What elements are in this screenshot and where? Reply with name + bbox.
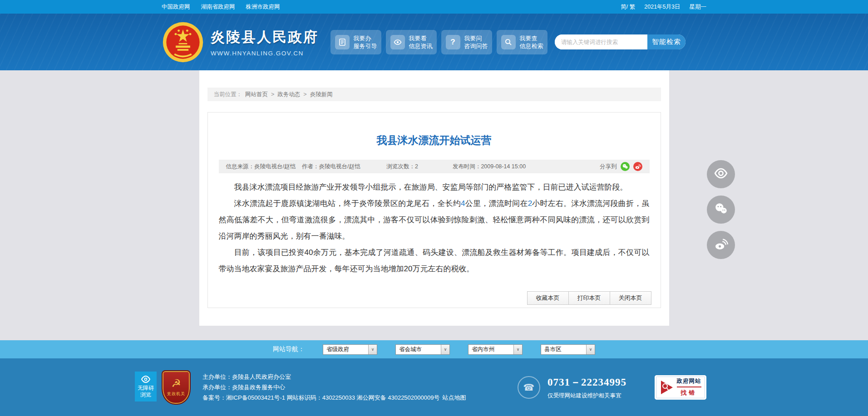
weibo-icon — [714, 237, 728, 253]
organizer-value: 炎陵县人民政府办公室 — [232, 373, 291, 380]
button-i-want-to-search[interactable]: 我要查信息检索 — [497, 30, 547, 54]
article-title: 我县洣水漂流开始试运营 — [219, 133, 650, 147]
meta-views-label: 浏览次数： — [386, 163, 415, 171]
select-county-districts[interactable]: 县市区 — [541, 344, 595, 355]
undertaker-value: 炎陵县政务服务中心 — [232, 384, 285, 391]
meta-views-value: 2 — [415, 163, 418, 170]
phone-note: 仅受理网站建设维护相关事宜 — [547, 392, 626, 400]
quick-button-line2: 信息检索 — [520, 43, 543, 49]
phone-number: 0731－22234995 — [547, 375, 626, 389]
meta-source-value: 炎陵电视台/赵恺 — [254, 163, 296, 171]
bookmark-page-button[interactable]: 收藏本页 — [527, 291, 569, 305]
accessibility-browse-button[interactable]: 无障碍 浏览 — [135, 372, 157, 401]
share-label: 分享到 — [600, 163, 617, 171]
site-nav-label: 网站导航： — [273, 345, 305, 353]
main-content-area: 当前位置： 网站首页 > 政务动态 > 炎陵新闻 我县洣水漂流开始试运营 信息来… — [0, 70, 868, 340]
search-input[interactable] — [555, 34, 647, 49]
select-provincial-gov[interactable]: 省级政府 — [323, 344, 377, 355]
error-report-icon — [660, 380, 674, 395]
weibo-tool-button[interactable] — [707, 231, 735, 259]
meta-time-value: 2009-08-14 15:00 — [481, 163, 526, 170]
icp-record-line: 备案号：湘ICP备05003421号-1 网站标识码：4302250033 湘公… — [202, 394, 439, 401]
breadcrumb-separator: > — [271, 91, 274, 98]
site-url: WWW.HNYANLING.GOV.CN — [211, 50, 319, 57]
paragraph-2: 洣水漂流起于鹿原镇泷湖电站，终于炎帝陵景区的龙尾石，全长约4公里，漂流时间在2小… — [219, 196, 650, 245]
footer-info: 主办单位：炎陵县人民政府办公室 承办单位：炎陵县政务服务中心 备案号：湘ICP备… — [202, 372, 466, 403]
smart-search-button[interactable]: 智能检索 — [647, 34, 686, 49]
error-badge-line2: 找错 — [677, 389, 701, 397]
eye-icon — [390, 35, 405, 49]
quick-button-line1: 我要办 — [354, 35, 371, 42]
accessibility-label-line1: 无障碍 — [138, 385, 154, 392]
meta-time-label: 发布时间： — [453, 163, 481, 171]
button-i-want-to-ask[interactable]: 我要问咨询问答 — [441, 30, 492, 54]
chevron-down-icon — [513, 345, 522, 354]
share-wechat-icon[interactable] — [621, 162, 630, 171]
quick-button-line1: 我要看 — [409, 35, 427, 42]
chevron-down-icon — [441, 345, 449, 354]
content-wrapper: 当前位置： 网站首页 > 政务动态 > 炎陵新闻 我县洣水漂流开始试运营 信息来… — [199, 70, 669, 326]
breadcrumb-separator: > — [303, 91, 306, 98]
side-tools — [707, 160, 735, 259]
print-page-button[interactable]: 打印本页 — [568, 291, 610, 305]
site-footer: 党政机关 主办单位：炎陵县人民政府办公室 承办单位：炎陵县政务服务中心 备案号：… — [0, 358, 868, 416]
link-hunan-gov[interactable]: 湖南省政府网 — [201, 3, 235, 11]
question-icon — [446, 35, 460, 49]
paragraph-1: 我县洣水漂流项目经旅游产业开发领导小组批示，在旅游局、安监局等部门的严格监管下，… — [219, 179, 650, 196]
accessibility-label-line2: 浏览 — [140, 392, 151, 398]
meta-author-label: 作者： — [302, 163, 319, 171]
lang-toggle[interactable]: 简/ 繁 — [621, 3, 635, 11]
view-tool-button[interactable] — [707, 160, 735, 188]
meta-source-label: 信息来源： — [226, 163, 255, 171]
paragraph-3: 目前，该项目已投资40余万元，基本完成了河道疏通、码头建设、漂流船及救生器材筹备… — [219, 245, 650, 277]
party-gov-badge-label: 党政机关 — [167, 391, 185, 397]
phone-icon — [518, 376, 540, 399]
link-zhuzhou-gov[interactable]: 株洲市政府网 — [246, 3, 280, 11]
button-i-want-to-view[interactable]: 我要看信息资讯 — [386, 30, 437, 54]
document-icon — [335, 35, 350, 49]
article-body: 我县洣水漂流项目经旅游产业开发领导小组批示，在旅游局、安监局等部门的严格监管下，… — [219, 179, 650, 277]
footer-phone: 0731－22234995 仅受理网站建设维护相关事宜 — [518, 375, 626, 400]
gov-site-error-report-badge[interactable]: 政府网站 找错 — [655, 375, 706, 400]
breadcrumb: 当前位置： 网站首页 > 政务动态 > 炎陵新闻 — [207, 88, 661, 101]
link-china-gov[interactable]: 中国政府网 — [162, 3, 190, 11]
quick-button-line1: 我要问 — [464, 35, 482, 42]
site-nav-bar: 网站导航： 省级政府 省会城市 省内市州 县市区 — [0, 340, 868, 358]
party-gov-badge: 党政机关 — [162, 370, 191, 405]
share-weibo-icon[interactable] — [633, 162, 642, 171]
quick-button-line2: 咨询问答 — [464, 43, 488, 49]
eye-icon — [140, 375, 151, 383]
search-icon — [501, 35, 516, 49]
quick-button-line2: 信息资讯 — [409, 43, 433, 49]
highlighted-number: 4 — [461, 199, 465, 208]
site-search: 智能检索 — [555, 34, 686, 49]
site-header: 炎陵县人民政府 WWW.HNYANLING.GOV.CN 我要办服务引导 我要看… — [0, 14, 868, 70]
eye-icon — [713, 167, 729, 181]
undertaker-label: 承办单位： — [202, 384, 232, 391]
top-links-bar: 中国政府网 湖南省政府网 株洲市政府网 简/ 繁 2021年5月3日 星期一 — [0, 0, 868, 14]
breadcrumb-news[interactable]: 炎陵新闻 — [310, 91, 333, 98]
chevron-down-icon — [586, 345, 595, 354]
sitemap-link[interactable]: 站点地图 — [442, 394, 466, 401]
party-emblem-icon — [171, 378, 181, 389]
article-meta-bar: 信息来源： 炎陵电视台/赵恺 作者： 炎陵电视台/赵恺 浏览次数： 2 发布时间… — [219, 160, 650, 173]
close-page-button[interactable]: 关闭本页 — [610, 291, 651, 305]
wechat-icon — [714, 201, 728, 218]
meta-author-value: 炎陵电视台/赵恺 — [319, 163, 360, 171]
breadcrumb-zhengwu[interactable]: 政务动态 — [277, 91, 300, 98]
quick-button-line1: 我要查 — [520, 35, 538, 42]
current-date: 2021年5月3日 — [644, 3, 680, 11]
chevron-down-icon — [368, 345, 377, 354]
article-actions: 收藏本页 打印本页 关闭本页 — [528, 291, 651, 305]
quick-service-buttons: 我要办服务引导 我要看信息资讯 我要问咨询问答 我要查信息检索 — [330, 30, 547, 54]
current-weekday: 星期一 — [690, 3, 707, 11]
wechat-tool-button[interactable] — [707, 196, 735, 224]
select-capital-cities[interactable]: 省会城市 — [395, 344, 450, 355]
select-province-cities[interactable]: 省内市州 — [468, 344, 523, 355]
page: 中国政府网 湖南省政府网 株洲市政府网 简/ 繁 2021年5月3日 星期一 — [0, 0, 868, 416]
error-badge-line1: 政府网站 — [677, 377, 701, 387]
site-name: 炎陵县人民政府 — [211, 28, 319, 47]
button-i-want-to-apply[interactable]: 我要办服务引导 — [330, 30, 381, 54]
breadcrumb-home[interactable]: 网站首页 — [245, 91, 268, 98]
breadcrumb-label: 当前位置： — [214, 91, 242, 98]
